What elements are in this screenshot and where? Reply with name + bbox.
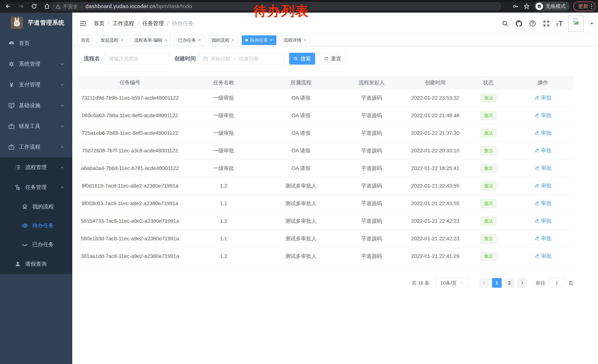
- sidebar-item-todo-task[interactable]: 待办任务: [0, 216, 72, 235]
- prev-page-button[interactable]: [479, 278, 489, 288]
- tab-done-task[interactable]: 已办任务×: [174, 35, 204, 45]
- cell-task-name: 一级审批: [182, 147, 265, 154]
- table-row: 8f0d1619-7ac8-11ec-a9e2-a2380e71991a 1.2…: [78, 177, 573, 195]
- search-button[interactable]: 搜索: [289, 53, 315, 65]
- eye-icon: [22, 222, 28, 229]
- goto-page-input[interactable]: [548, 278, 565, 288]
- approve-button[interactable]: 审批: [534, 182, 551, 189]
- status-badge: 激活: [480, 129, 496, 138]
- close-icon[interactable]: ×: [232, 38, 234, 42]
- tab-todo-task[interactable]: 待办任务×: [242, 35, 276, 45]
- reset-button[interactable]: 重置: [320, 53, 346, 65]
- cell-starter: 芋道源码: [337, 147, 407, 154]
- cell-created: 2022-01-22 20:33:10: [407, 148, 464, 154]
- avatar-caret-icon[interactable]: [590, 21, 594, 26]
- breadcrumb-item-home[interactable]: 首页: [94, 20, 105, 27]
- sidebar-item-leave-query[interactable]: 请假查询: [0, 254, 72, 274]
- browser-menu-icon[interactable]: [591, 4, 592, 9]
- cell-task-name: 一级审批: [182, 129, 265, 137]
- app-logo-row[interactable]: 芋道管理系统: [0, 13, 72, 33]
- chevron-down-icon: [60, 103, 65, 108]
- end-date-placeholder: 结束日期: [239, 56, 258, 62]
- cell-task-id: 75d72608-7b7f-11ec-a3c8-acde48001122: [78, 148, 182, 154]
- approve-button[interactable]: 审批: [534, 147, 551, 154]
- cell-process: 测试多审批人: [265, 218, 337, 225]
- close-icon[interactable]: ×: [304, 38, 307, 42]
- avatar[interactable]: [568, 16, 583, 32]
- github-icon[interactable]: [515, 19, 523, 28]
- cell-status: 激活: [464, 129, 513, 138]
- sidebar-item-infra[interactable]: 基础设施: [0, 95, 72, 116]
- task-table: 任务编号 任务名称 所属流程 流程发起人 创建时间 状态 操作 73211d9d…: [78, 76, 573, 265]
- cell-created: 2022-01-22 21:48:48: [407, 113, 464, 119]
- approve-button[interactable]: 审批: [534, 165, 551, 172]
- date-range-picker[interactable]: 开始日期 - 结束日期: [199, 53, 284, 65]
- sidebar-item-label: 请假查询: [25, 260, 47, 268]
- browser-back-icon[interactable]: [4, 2, 12, 10]
- header-search-icon[interactable]: [501, 19, 509, 28]
- sidebar-item-label: 基础设施: [19, 102, 40, 109]
- chevron-down-icon: [60, 61, 65, 67]
- status-badge: 激活: [480, 182, 496, 190]
- help-icon[interactable]: [529, 19, 537, 28]
- cell-task-id: 73211d9d-7b9b-11ec-b5b7-acde48001122: [78, 95, 182, 101]
- close-icon[interactable]: ×: [121, 38, 123, 42]
- sidebar-item-workflow[interactable]: 工作流程: [0, 137, 72, 157]
- edit-pencil-icon: [534, 148, 540, 153]
- tab-form-edit[interactable]: 流程表单-编辑×: [131, 35, 171, 45]
- page-button-1[interactable]: 1: [492, 278, 502, 288]
- sidebar-item-home[interactable]: 首页: [0, 33, 72, 54]
- tab-home[interactable]: 首页: [77, 35, 93, 45]
- briefcase-icon: [8, 144, 15, 150]
- edit-pencil-icon: [534, 113, 540, 118]
- breadcrumb-item-workflow[interactable]: 工作流程: [113, 20, 134, 27]
- approve-button[interactable]: 审批: [534, 94, 551, 101]
- key-icon[interactable]: [512, 3, 519, 10]
- sidebar-item-system[interactable]: 系统管理: [0, 54, 72, 74]
- approve-button[interactable]: 审批: [534, 112, 551, 119]
- bookmark-star-icon[interactable]: [523, 3, 530, 10]
- sidebar-item-done-task[interactable]: 已办任务: [0, 235, 72, 254]
- breadcrumb-separator: /: [167, 20, 169, 26]
- sidebar-item-payment[interactable]: ¥ 支付管理: [0, 74, 72, 95]
- approve-button[interactable]: 审批: [534, 129, 551, 137]
- breadcrumb: 首页 / 工作流程 / 任务管理 / 待办任务: [94, 20, 193, 27]
- cell-actions: 审批: [513, 200, 573, 207]
- sidebar-item-process-mgmt[interactable]: 流程管理: [0, 157, 72, 177]
- font-size-icon[interactable]: TT: [556, 20, 563, 27]
- process-name-input[interactable]: [104, 53, 169, 65]
- tab-my-process[interactable]: 我的流程×: [208, 35, 238, 45]
- approve-button[interactable]: 审批: [534, 235, 551, 242]
- cell-status: 激活: [464, 235, 513, 243]
- page-button-2[interactable]: 2: [505, 278, 514, 288]
- refresh-icon: [324, 56, 329, 61]
- tab-start-process[interactable]: 发起流程×: [97, 35, 127, 45]
- next-page-button[interactable]: [517, 278, 527, 288]
- calendar-icon: [203, 56, 208, 61]
- breadcrumb-item-task-mgmt[interactable]: 任务管理: [142, 20, 164, 27]
- col-task-name: 任务名称: [182, 79, 265, 86]
- close-icon[interactable]: ×: [198, 38, 201, 42]
- dashboard-icon: [8, 40, 15, 47]
- approve-button[interactable]: 审批: [534, 200, 551, 207]
- browser-home-icon[interactable]: [43, 2, 51, 10]
- table-row: a6aba0a4-7b6d-11ec-b781-acde48001122 一级审…: [78, 160, 573, 177]
- close-icon[interactable]: ×: [270, 38, 273, 42]
- cell-starter: 芋道源码: [337, 235, 407, 242]
- approve-button[interactable]: 审批: [534, 252, 551, 259]
- sidebar-item-task-mgmt[interactable]: 任务管理: [0, 177, 72, 197]
- close-icon[interactable]: ×: [165, 38, 167, 42]
- fullscreen-icon[interactable]: [542, 19, 550, 28]
- sidebar-fold-icon[interactable]: [79, 19, 87, 28]
- goto-label: 前往: [536, 280, 545, 286]
- sidebar-item-devtools[interactable]: 研发工具: [0, 116, 72, 137]
- page-size-select[interactable]: 10条/页: [436, 278, 469, 288]
- sidebar-item-my-process[interactable]: 我的流程: [0, 197, 72, 216]
- approve-button[interactable]: 审批: [534, 217, 551, 224]
- tab-process-detail[interactable]: 流程详情×: [280, 35, 310, 45]
- status-badge: 激活: [480, 235, 496, 243]
- update-button[interactable]: 更新: [573, 1, 595, 11]
- browser-forward-icon[interactable]: [17, 2, 25, 10]
- sidebar-item-label: 研发工具: [19, 122, 40, 130]
- browser-reload-icon[interactable]: [30, 2, 38, 10]
